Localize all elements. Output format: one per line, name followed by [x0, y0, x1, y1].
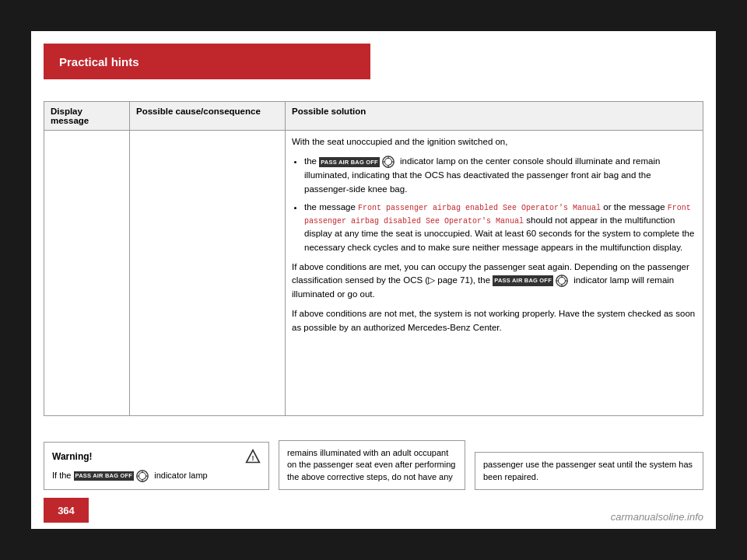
badge-text-2: PASS AIR BAG OFF — [493, 275, 553, 285]
warning-title-row: Warning! ! — [52, 449, 261, 464]
display-message-cell — [44, 131, 130, 416]
warning-badge-text: PASS AIR BAG OFF — [74, 471, 135, 481]
solution-item-2: the message Front passenger airbag enabl… — [304, 201, 696, 254]
main-content-table: Display message Possible cause/consequen… — [44, 101, 703, 416]
bullet2-mid: or the message — [603, 202, 665, 212]
airbag-icon-2 — [555, 274, 569, 288]
warning-box: Warning! ! If the PASS AIR BAG OFF indic… — [44, 442, 269, 490]
solution-intro: With the seat unoccupied and the ignitio… — [292, 135, 696, 149]
main-table-wrapper: Display message Possible cause/consequen… — [44, 101, 703, 416]
warning-badge: PASS AIR BAG OFF — [74, 469, 153, 483]
svg-point-7 — [558, 278, 565, 285]
warning-label: Warning! — [52, 451, 93, 462]
warning-suffix: indicator lamp — [154, 471, 207, 480]
pass-badge-1: PASS AIR BAG OFF — [319, 155, 398, 169]
warning-end-text: passenger use the passenger seat until t… — [483, 460, 693, 481]
badge-text-1: PASS AIR BAG OFF — [319, 157, 380, 167]
warning-continues-text: remains illuminated with an adult occupa… — [287, 448, 455, 481]
bullet1-prefix: the — [304, 156, 317, 166]
warning-end-box: passenger use the passenger seat until t… — [475, 452, 703, 490]
watermark: carmanualsoline.info — [611, 511, 703, 523]
warning-prefix: If the — [52, 471, 71, 480]
cause-cell — [130, 131, 286, 416]
solution-para1: If above conditions are met, you can occ… — [292, 261, 696, 302]
solution-cell: With the seat unoccupied and the ignitio… — [286, 131, 703, 416]
col-header-display: Display message — [44, 102, 130, 131]
col-header-cause: Possible cause/consequence — [130, 102, 286, 131]
watermark-text: carmanualsoline.info — [611, 511, 703, 523]
page-number: 364 — [58, 505, 75, 516]
svg-point-1 — [384, 159, 391, 166]
svg-text:!: ! — [251, 454, 254, 462]
code-text-1: Front passenger airbag enabled See Opera… — [358, 204, 601, 212]
solution-para2: If above conditions are not met, the sys… — [292, 307, 696, 334]
airbag-icon-1 — [381, 155, 395, 169]
warning-continues-box: remains illuminated with an adult occupa… — [279, 440, 465, 490]
page-title: Practical hints — [59, 55, 139, 68]
svg-point-15 — [139, 473, 146, 480]
warning-triangle-icon: ! — [245, 449, 261, 464]
header-bar: Practical hints — [44, 44, 370, 79]
solution-item-1: the PASS AIR BAG OFF — [304, 155, 696, 196]
bullet2-prefix: the message — [304, 202, 356, 212]
page-number-box: 364 — [44, 498, 89, 523]
warning-body: If the PASS AIR BAG OFF indicator lamp — [52, 469, 261, 483]
pass-badge-2: PASS AIR BAG OFF — [493, 274, 571, 288]
warning-airbag-icon — [135, 469, 149, 483]
solution-list: the PASS AIR BAG OFF — [304, 155, 696, 254]
col-header-solution: Possible solution — [286, 102, 703, 131]
